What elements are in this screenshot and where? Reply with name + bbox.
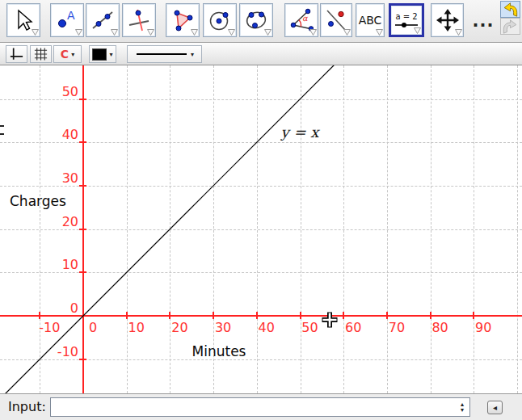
y-axis-number: 20	[32, 214, 78, 229]
spinner-down-icon[interactable]: ▾	[461, 407, 464, 413]
input-help-toggle-button[interactable]: ◂	[487, 401, 503, 414]
toggle-axes-button[interactable]	[6, 45, 27, 63]
x-axis-number: 70	[389, 320, 405, 335]
tool-slider-button[interactable]: a = 2	[389, 3, 424, 37]
color-picker-button[interactable]: ▾	[89, 45, 116, 63]
command-input[interactable]	[50, 397, 470, 417]
point-capturing-button[interactable]: C ▾	[53, 45, 82, 63]
y-axis-number: 40	[32, 127, 78, 142]
y-axis-number: 30	[32, 170, 78, 186]
x-axis-number: 50	[301, 320, 318, 335]
more-tools-button[interactable]: ...	[472, 11, 495, 32]
left-triangle-icon: ◂	[493, 403, 497, 412]
svg-text:A: A	[67, 9, 75, 22]
x-axis-number: 60	[345, 320, 361, 335]
tool-new-point-button[interactable]: A	[50, 3, 84, 37]
slider-tool-label: a = 2	[395, 12, 417, 21]
tool-dropdown-arrow[interactable]	[32, 29, 39, 36]
axes-icon	[9, 46, 24, 62]
x-axis-number: 30	[215, 320, 231, 335]
redo-button[interactable]	[500, 18, 520, 35]
input-history-spinner[interactable]: ▴ ▾	[457, 399, 467, 415]
line-style-button[interactable]: ▾	[127, 45, 202, 63]
tool-conic-button[interactable]	[239, 3, 273, 37]
slider-icon: a = 2	[394, 12, 419, 29]
tool-move-pointer-button[interactable]	[6, 3, 40, 37]
x-axis-number: 40	[259, 320, 275, 335]
graphics-view[interactable]: -100102030405060708090-1001020304050 Cha…	[0, 65, 522, 393]
chevron-down-icon: ▾	[191, 51, 194, 58]
input-bar: Input: ▴ ▾ ◂	[0, 393, 522, 420]
geogebra-window: A	[0, 0, 522, 420]
tool-dropdown-arrow[interactable]	[414, 27, 421, 34]
undo-icon	[502, 2, 519, 17]
y-axis-number: 10	[32, 257, 78, 272]
chevron-down-icon: ▾	[109, 51, 112, 58]
magnet-icon: C	[61, 48, 69, 60]
tool-dropdown-arrow[interactable]	[191, 29, 198, 36]
pane-splitter-handle[interactable]	[0, 125, 4, 135]
svg-text:α: α	[302, 14, 309, 23]
tool-dropdown-arrow[interactable]	[309, 29, 317, 36]
tool-move-view-button[interactable]	[431, 3, 464, 37]
tool-dropdown-arrow[interactable]	[264, 29, 272, 36]
tool-perpendicular-line-button[interactable]	[122, 3, 156, 37]
tool-dropdown-arrow[interactable]	[147, 29, 154, 36]
tool-dropdown-arrow[interactable]	[228, 29, 235, 36]
style-bar: C ▾ ▾ ▾	[0, 43, 522, 65]
tool-dropdown-arrow[interactable]	[111, 29, 118, 36]
y-axis-number: -10	[32, 344, 78, 359]
x-axis-number: 10	[128, 320, 145, 335]
line-style-icon	[135, 52, 188, 57]
toolbar: A	[0, 0, 522, 43]
tool-dropdown-arrow[interactable]	[455, 29, 462, 36]
undo-button[interactable]	[500, 1, 520, 18]
grid-icon	[33, 46, 48, 62]
tool-circle-button[interactable]	[203, 3, 237, 37]
tool-dropdown-arrow[interactable]	[343, 29, 351, 36]
tool-angle-button[interactable]: α	[284, 3, 318, 37]
x-axis-number: -10	[39, 320, 60, 335]
input-label: Input:	[8, 394, 46, 420]
y-axis-title: Charges	[10, 193, 66, 209]
toggle-grid-button[interactable]	[30, 45, 52, 63]
tool-reflect-button[interactable]	[320, 3, 352, 37]
redo-icon	[502, 19, 519, 34]
tool-line-button[interactable]	[86, 3, 120, 37]
tool-polygon-button[interactable]	[166, 3, 200, 37]
move-crosshair-cursor	[321, 311, 339, 329]
y-axis-number: 50	[32, 84, 78, 99]
x-axis-number: 20	[171, 320, 187, 335]
y-axis-number: 0	[32, 300, 78, 316]
x-axis-title: Minutes	[192, 343, 246, 359]
x-axis-number: 90	[475, 320, 491, 335]
color-swatch	[92, 48, 107, 61]
x-axis-number: 80	[431, 320, 448, 335]
text-tool-label: ABC	[359, 14, 382, 27]
tool-text-button[interactable]: ABC	[356, 3, 385, 37]
tool-dropdown-arrow[interactable]	[75, 29, 82, 36]
x-axis-number: 0	[89, 320, 97, 335]
curve-equation-label: y = x	[281, 124, 319, 141]
chevron-down-icon: ▾	[71, 51, 74, 58]
tool-dropdown-arrow[interactable]	[376, 29, 383, 36]
